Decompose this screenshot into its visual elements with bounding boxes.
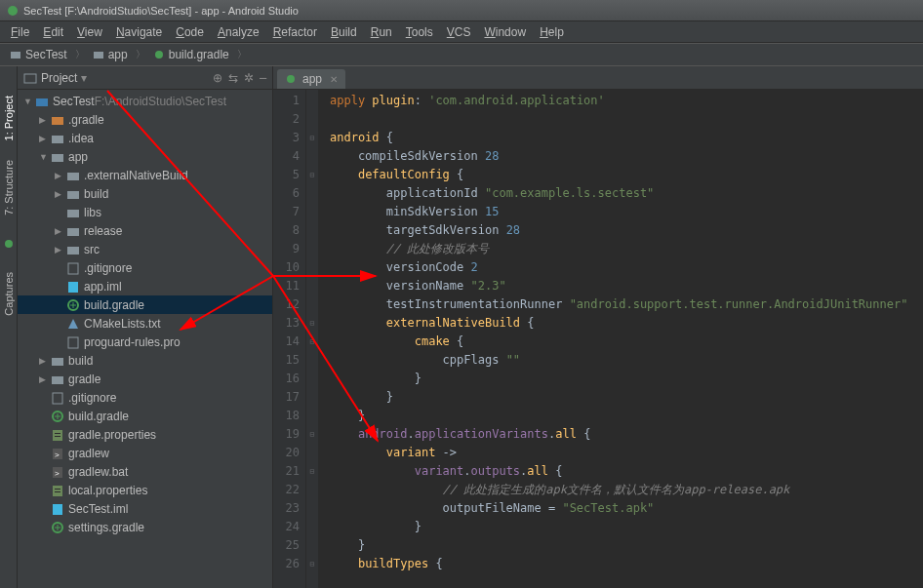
menu-navigate[interactable]: Navigate: [109, 23, 169, 41]
tree-item--gradle[interactable]: ▶.gradle: [18, 110, 272, 129]
code-line[interactable]: applicationId "com.example.ls.sectest": [330, 184, 923, 203]
code-line[interactable]: cppFlags "": [330, 351, 923, 370]
code-line[interactable]: versionName "2.3": [330, 277, 923, 295]
tree-item-app[interactable]: ▼app: [18, 147, 272, 166]
tool-tab-captures[interactable]: Captures: [3, 272, 15, 316]
panel-tool-icon[interactable]: ⊕: [213, 71, 222, 85]
tree-item-gradlew-bat[interactable]: >gradlew.bat: [18, 462, 272, 481]
menu-file[interactable]: File: [4, 23, 36, 41]
breadcrumb-build-gradle[interactable]: build.gradle: [149, 48, 233, 61]
tree-item--idea[interactable]: ▶.idea: [18, 129, 272, 147]
code-line[interactable]: }: [330, 388, 923, 407]
expand-arrow-icon[interactable]: ▶: [55, 171, 64, 180]
code-line[interactable]: externalNativeBuild {: [330, 314, 923, 333]
tree-item-sectest-iml[interactable]: SecTest.iml: [18, 499, 272, 518]
tree-item-gradlew[interactable]: >gradlew: [18, 444, 272, 462]
tree-item-cmakelists-txt[interactable]: CMakeLists.txt: [18, 314, 272, 333]
panel-tool-icon[interactable]: ⎼: [260, 71, 266, 85]
expand-arrow-icon[interactable]: ▶: [39, 134, 49, 143]
code-line[interactable]: compileSdkVersion 28: [330, 147, 923, 166]
menu-run[interactable]: Run: [364, 23, 399, 41]
tree-item-gradle-properties[interactable]: gradle.properties: [18, 425, 272, 444]
tree-item-release[interactable]: ▶release: [18, 221, 272, 240]
project-tree[interactable]: ▼SecTest F:\AndroidStudio\SecTest▶.gradl…: [18, 90, 272, 588]
tree-item-local-properties[interactable]: local.properties: [18, 481, 272, 499]
code-line[interactable]: cmake {: [330, 333, 923, 351]
code-line[interactable]: variant.outputs.all {: [330, 462, 923, 481]
expand-arrow-icon[interactable]: ▼: [39, 152, 49, 162]
expand-arrow-icon[interactable]: ▶: [55, 189, 64, 199]
fold-marker[interactable]: ⊟: [306, 555, 318, 573]
code-line[interactable]: variant ->: [330, 444, 923, 462]
tree-item-build[interactable]: ▶build: [18, 184, 272, 203]
tool-tab--project[interactable]: 1: Project: [3, 96, 15, 140]
tree-item--gitignore[interactable]: .gitignore: [18, 388, 272, 407]
tree-item--gitignore[interactable]: .gitignore: [18, 258, 272, 277]
code-line[interactable]: // 此处修改版本号: [330, 240, 923, 258]
tree-item-app-iml[interactable]: app.iml: [18, 277, 272, 295]
menu-help[interactable]: Help: [533, 23, 571, 41]
fold-marker[interactable]: ⊟: [306, 129, 318, 147]
tool-tab--structure[interactable]: 7: Structure: [3, 160, 15, 216]
code-line[interactable]: android.applicationVariants.all {: [330, 425, 923, 444]
code-line[interactable]: [330, 110, 923, 129]
panel-tool-icon[interactable]: ⇆: [228, 71, 238, 85]
code-content[interactable]: apply plugin: 'com.android.application' …: [318, 90, 923, 588]
tree-item--externalnativebuild[interactable]: ▶.externalNativeBuild: [18, 166, 272, 184]
breadcrumb-app[interactable]: app: [89, 48, 132, 61]
code-line[interactable]: versionCode 2: [330, 258, 923, 277]
code-line[interactable]: }: [330, 518, 923, 536]
fold-marker[interactable]: ⊟: [306, 425, 318, 444]
code-line[interactable]: outputFileName = "SecTest.apk": [330, 499, 923, 518]
menu-edit[interactable]: Edit: [36, 23, 70, 41]
fold-marker[interactable]: ⊟: [306, 166, 318, 184]
tree-item-src[interactable]: ▶src: [18, 240, 272, 258]
code-line[interactable]: targetSdkVersion 28: [330, 221, 923, 240]
menu-window[interactable]: Window: [477, 23, 533, 41]
panel-tool-icon[interactable]: ✲: [244, 71, 254, 85]
tree-item-sectest[interactable]: ▼SecTest F:\AndroidStudio\SecTest: [18, 92, 272, 110]
line-number: 4: [273, 147, 300, 166]
expand-arrow-icon[interactable]: ▶: [39, 374, 49, 384]
expand-arrow-icon[interactable]: ▶: [39, 115, 49, 125]
menu-code[interactable]: Code: [169, 23, 211, 41]
tree-item-proguard-rules-pro[interactable]: proguard-rules.pro: [18, 333, 272, 351]
code-line[interactable]: android {: [330, 129, 923, 147]
breadcrumb-sectest[interactable]: SecTest: [6, 48, 71, 61]
expand-arrow-icon[interactable]: ▶: [55, 226, 64, 236]
code-line[interactable]: minSdkVersion 15: [330, 203, 923, 221]
expand-arrow-icon[interactable]: ▶: [55, 245, 64, 255]
dropdown-icon[interactable]: ▾: [81, 71, 87, 85]
close-icon[interactable]: ✕: [330, 74, 338, 85]
code-line[interactable]: buildTypes {: [330, 555, 923, 573]
editor-tab-app[interactable]: app ✕: [277, 69, 345, 89]
code-line[interactable]: }: [330, 370, 923, 388]
code-line[interactable]: testInstrumentationRunner "android.suppo…: [330, 295, 923, 314]
tree-label: app: [68, 150, 88, 164]
menu-tools[interactable]: Tools: [399, 23, 440, 41]
fold-marker[interactable]: ⊟: [306, 462, 318, 481]
expand-arrow-icon[interactable]: ▼: [23, 97, 33, 106]
fold-gutter[interactable]: ⊟⊟⊟⊟⊟⊟⊟: [306, 90, 318, 588]
tree-item-build-gradle[interactable]: build.gradle: [18, 295, 272, 314]
menu-refactor[interactable]: Refactor: [266, 23, 324, 41]
menu-analyze[interactable]: Analyze: [211, 23, 266, 41]
menu-view[interactable]: View: [70, 23, 109, 41]
code-editor[interactable]: 1234567891011121314151617181920212223242…: [273, 90, 923, 588]
expand-arrow-icon[interactable]: ▶: [39, 356, 49, 366]
menu-build[interactable]: Build: [324, 23, 364, 41]
svg-rect-20: [52, 376, 63, 384]
fold-marker[interactable]: ⊟: [306, 314, 318, 333]
code-line[interactable]: }: [330, 407, 923, 425]
tree-item-build[interactable]: ▶build: [18, 351, 272, 370]
code-line[interactable]: defaultConfig {: [330, 166, 923, 184]
tree-item-settings-gradle[interactable]: settings.gradle: [18, 518, 272, 536]
tree-item-build-gradle[interactable]: build.gradle: [18, 407, 272, 425]
tree-item-gradle[interactable]: ▶gradle: [18, 370, 272, 388]
fold-marker[interactable]: ⊟: [306, 333, 318, 351]
menu-vcs[interactable]: VCS: [440, 23, 478, 41]
code-line[interactable]: // 此处指定生成的apk文件名，默认文件名为app-release.apk: [330, 481, 923, 499]
tree-item-libs[interactable]: libs: [18, 203, 272, 221]
code-line[interactable]: }: [330, 536, 923, 555]
code-line[interactable]: apply plugin: 'com.android.application': [330, 92, 923, 110]
